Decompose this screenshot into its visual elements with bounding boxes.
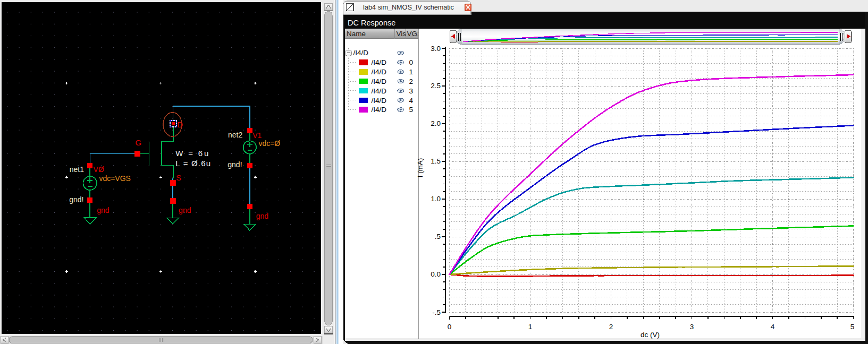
svg-text:5: 5	[409, 106, 414, 114]
svg-text:/I4/D: /I4/D	[353, 49, 369, 57]
svg-text:1: 1	[528, 323, 533, 331]
svg-text:1: 1	[409, 68, 414, 76]
svg-text:3.0: 3.0	[431, 45, 441, 53]
svg-text:3: 3	[409, 87, 414, 95]
svg-text:W = 6u: W = 6u	[175, 149, 210, 158]
svg-text:gnd!: gnd!	[69, 195, 83, 204]
svg-text:0.0: 0.0	[431, 270, 441, 278]
svg-text:4: 4	[771, 323, 775, 331]
svg-text:1.5: 1.5	[431, 157, 441, 165]
svg-text:L = Ø.6u: L = Ø.6u	[175, 159, 211, 168]
svg-text:gnd: gnd	[256, 212, 268, 220]
svg-text:2: 2	[409, 78, 414, 85]
svg-text:3: 3	[690, 323, 694, 331]
svg-text:/I4/D: /I4/D	[372, 87, 387, 95]
svg-text:V1: V1	[252, 131, 262, 140]
svg-text:/I4/D: /I4/D	[372, 68, 387, 76]
svg-text:/I4/D: /I4/D	[372, 106, 387, 114]
svg-text:G: G	[136, 138, 142, 147]
svg-text:gnd!: gnd!	[227, 160, 242, 169]
svg-text:D: D	[177, 120, 183, 129]
svg-text:vdc=VGS: vdc=VGS	[99, 174, 131, 183]
svg-text:lab4 sim_NMOS_IV schematic: lab4 sim_NMOS_IV schematic	[363, 4, 454, 11]
svg-text:2: 2	[609, 323, 613, 331]
svg-text:gnd: gnd	[97, 206, 109, 214]
svg-text:Vis: Vis	[397, 30, 407, 38]
svg-text:0: 0	[448, 323, 452, 331]
svg-text:-.5: -.5	[432, 308, 441, 316]
svg-text:DC Response: DC Response	[348, 19, 395, 27]
svg-text:S: S	[176, 173, 181, 182]
svg-text:.5: .5	[435, 233, 441, 240]
svg-text:2.0: 2.0	[431, 119, 441, 127]
svg-text:4: 4	[409, 97, 414, 105]
svg-text:net1: net1	[70, 165, 84, 174]
svg-text:0: 0	[409, 58, 414, 66]
svg-text:I (mA): I (mA)	[416, 158, 424, 178]
svg-text:net2: net2	[228, 131, 242, 139]
svg-text:vdc=Ø: vdc=Ø	[258, 139, 280, 148]
svg-text:/I4/D: /I4/D	[372, 78, 387, 85]
svg-text:dc (V): dc (V)	[641, 331, 660, 339]
svg-text:2.5: 2.5	[431, 82, 441, 90]
svg-text:5: 5	[850, 323, 855, 331]
svg-text:/I4/D: /I4/D	[372, 58, 387, 66]
svg-text:VØ: VØ	[94, 165, 104, 174]
svg-text:/I4/D: /I4/D	[372, 97, 387, 105]
svg-text:Name: Name	[347, 30, 366, 38]
svg-text:1.0: 1.0	[431, 195, 441, 203]
svg-text:gnd: gnd	[179, 206, 191, 214]
